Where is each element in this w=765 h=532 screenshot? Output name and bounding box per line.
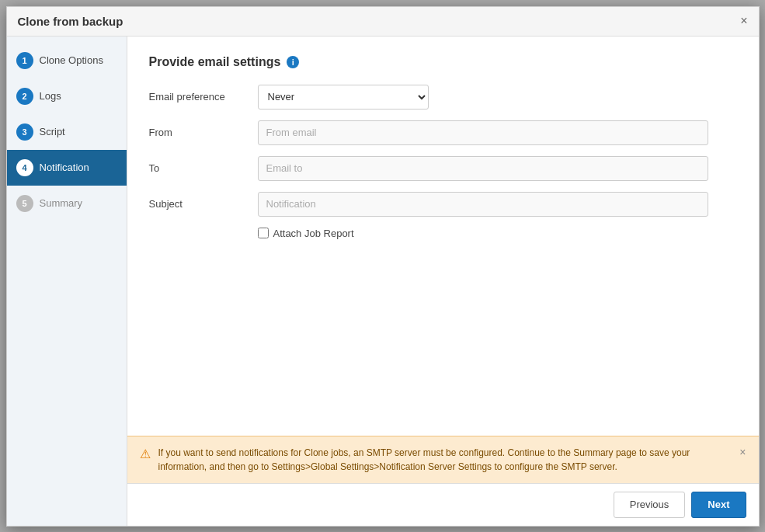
dialog-footer: Previous Next (127, 483, 759, 526)
email-preference-row: Email preference Never Always On Failure… (149, 85, 737, 110)
info-icon[interactable]: i (287, 56, 299, 68)
warning-icon: ⚠ (140, 447, 151, 461)
sidebar-item-script[interactable]: 3 Script (7, 114, 127, 150)
subject-label: Subject (149, 198, 258, 210)
sidebar-item-label-5: Summary (40, 197, 83, 209)
close-button[interactable]: × (740, 15, 747, 27)
step-badge-5: 5 (16, 195, 33, 212)
subject-input[interactable] (258, 192, 708, 217)
attach-job-report-label[interactable]: Attach Job Report (273, 228, 354, 239)
sidebar-item-logs[interactable]: 2 Logs (7, 78, 127, 114)
sidebar-item-notification[interactable]: 4 Notification (7, 150, 127, 186)
from-label: From (149, 127, 258, 138)
alert-text: If you want to send notifications for Cl… (158, 446, 732, 474)
sidebar-item-label-3: Script (40, 126, 65, 137)
sidebar-item-summary[interactable]: 5 Summary (7, 186, 127, 221)
step-badge-2: 2 (16, 88, 33, 105)
step-badge-3: 3 (16, 123, 33, 141)
attach-job-report-checkbox[interactable] (258, 228, 269, 238)
section-header: Provide email settings i (149, 55, 737, 69)
email-preference-select[interactable]: Never Always On Failure On Success (258, 85, 429, 110)
main-content: Provide email settings i Email preferenc… (127, 37, 759, 526)
sidebar-item-label-4: Notification (40, 162, 89, 173)
dialog-title: Clone from backup (18, 15, 123, 28)
to-input[interactable] (258, 156, 708, 181)
previous-button[interactable]: Previous (614, 492, 686, 518)
content-area: Provide email settings i Email preferenc… (127, 37, 759, 436)
next-button[interactable]: Next (691, 492, 746, 518)
attach-job-report-row: Attach Job Report (258, 228, 737, 239)
to-label: To (149, 162, 258, 174)
sidebar-item-clone-options[interactable]: 1 Clone Options (7, 43, 127, 78)
from-input[interactable] (258, 120, 708, 145)
dialog-titlebar: Clone from backup × (7, 7, 759, 37)
step-badge-4: 4 (16, 159, 33, 176)
section-title-text: Provide email settings (149, 55, 281, 69)
alert-banner: ⚠ If you want to send notifications for … (127, 436, 759, 483)
subject-row: Subject (149, 192, 737, 217)
alert-close-button[interactable]: × (739, 446, 746, 458)
clone-from-backup-dialog: Clone from backup × 1 Clone Options 2 Lo… (6, 6, 760, 527)
sidebar-item-label-2: Logs (40, 90, 61, 102)
step-badge-1: 1 (16, 52, 33, 69)
dialog-body: 1 Clone Options 2 Logs 3 Script 4 Notifi… (7, 37, 759, 526)
to-row: To (149, 156, 737, 181)
from-row: From (149, 120, 737, 145)
sidebar: 1 Clone Options 2 Logs 3 Script 4 Notifi… (7, 37, 127, 526)
email-preference-label: Email preference (149, 91, 258, 103)
sidebar-item-label-1: Clone Options (40, 54, 103, 66)
